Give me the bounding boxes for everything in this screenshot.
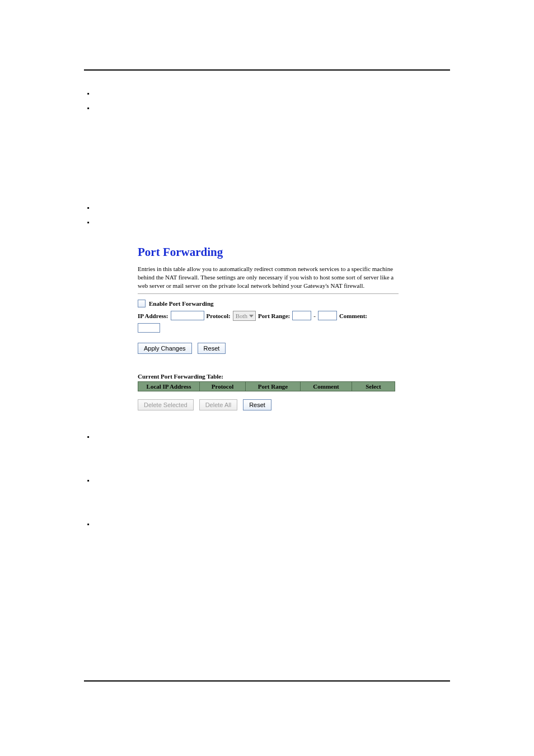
panel-separator [138,293,399,294]
enable-port-forwarding-label: Enable Port Forwarding [149,300,214,307]
upper-bullet-list [84,90,450,114]
protocol-select-value: Both [236,312,247,319]
bullet-item [94,104,450,114]
bullet-item [94,90,450,100]
col-local-ip: Local IP Address [138,381,199,391]
panel-description: Entries in this table allow you to autom… [138,265,399,290]
spacer [84,131,450,181]
ip-address-label: IP Address: [138,312,168,319]
protocol-label: Protocol: [207,312,231,319]
col-select: Select [352,381,395,391]
col-protocol: Protocol [199,381,245,391]
table-buttons-row: Delete Selected Delete All Reset [138,399,399,410]
bullet-item [94,477,450,487]
reset-table-button[interactable]: Reset [243,399,271,410]
apply-changes-button[interactable]: Apply Changes [138,343,192,354]
bullet-item [94,520,450,530]
bullet-item [94,433,450,443]
protocol-select[interactable]: Both [233,311,256,321]
delete-all-button[interactable]: Delete All [199,399,237,410]
lower-bullet-list [84,433,450,530]
entry-row: IP Address: Protocol: Both Port Range: -… [138,311,399,321]
apply-reset-row: Apply Changes Reset [138,343,399,354]
port-range-label: Port Range: [258,312,290,319]
table-title: Current Port Forwarding Table: [138,373,399,380]
document-page: Port Forwarding Entries in this table al… [0,0,534,756]
forwarding-table-header: Local IP Address Protocol Port Range Com… [138,381,399,391]
delete-selected-button[interactable]: Delete Selected [138,399,194,410]
port-range-to-input[interactable] [318,311,337,320]
header-rule [84,69,450,71]
footer-rule [84,680,450,682]
col-port-range: Port Range [245,381,300,391]
comment-label: Comment: [339,312,367,319]
reset-button[interactable]: Reset [198,343,226,354]
comment-row [138,323,399,333]
bullet-item [94,218,450,228]
comment-input[interactable] [138,323,160,333]
enable-port-forwarding-checkbox[interactable] [138,300,146,307]
ip-address-input[interactable] [171,311,204,320]
enable-row: Enable Port Forwarding [138,300,399,307]
upper-bullet-list-2 [84,204,450,228]
bullet-item [94,204,450,214]
port-range-separator: - [313,312,316,319]
port-forwarding-panel: Port Forwarding Entries in this table al… [138,245,399,410]
col-comment: Comment [300,381,352,391]
panel-title: Port Forwarding [138,245,399,259]
port-range-from-input[interactable] [292,311,311,320]
